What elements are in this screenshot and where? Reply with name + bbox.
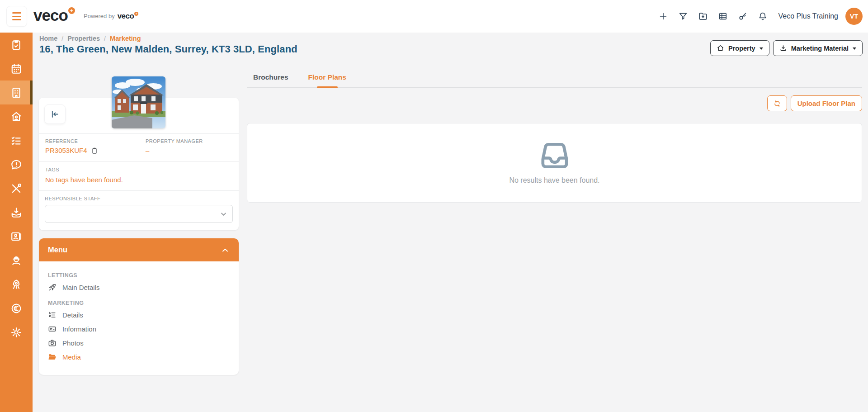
home-icon <box>717 44 724 52</box>
responsible-staff-select[interactable] <box>45 205 233 223</box>
rocket-icon <box>48 283 57 292</box>
menu-item-label: Information <box>62 325 96 333</box>
page-title: 16, The Green, New Malden, Surrey, KT3 3… <box>39 43 297 55</box>
reference-label: REFERENCE <box>45 138 132 144</box>
sidebar-item-calendar[interactable] <box>0 57 33 81</box>
add-icon <box>658 11 668 21</box>
camera-icon <box>48 339 57 347</box>
menu-item-information[interactable]: Information <box>48 322 230 336</box>
home-user-icon <box>10 111 22 123</box>
gear-icon <box>10 327 22 338</box>
reference-manager-row: REFERENCE PR3053KUF4 PROPERTY MANAGER – <box>39 133 239 161</box>
reference-field: REFERENCE PR3053KUF4 <box>39 134 139 161</box>
filter-button[interactable] <box>674 7 692 25</box>
veco-logo: veco + <box>33 6 75 24</box>
empty-state-text: No results have been found. <box>509 176 599 185</box>
sidebar-item-maintenance[interactable] <box>0 176 33 200</box>
menu-header[interactable]: Menu <box>39 238 239 261</box>
copy-reference-button[interactable] <box>91 147 98 154</box>
property-photo-image <box>112 76 165 128</box>
floor-plan-actions: Upload Floor Plan <box>767 95 862 111</box>
menu-item-media[interactable]: Media <box>48 350 230 364</box>
key-button[interactable] <box>734 7 752 25</box>
sidebar-item-contractors[interactable] <box>0 248 33 272</box>
sidebar-item-properties[interactable] <box>0 81 33 104</box>
menu-item-label: Main Details <box>62 284 100 291</box>
filter-icon <box>678 11 688 21</box>
breadcrumb-separator: / <box>61 35 63 42</box>
clipboard-check-icon <box>10 39 22 51</box>
menu-item-main-details[interactable]: Main Details <box>48 280 230 294</box>
hamburger-menu-button[interactable] <box>6 6 27 27</box>
property-dropdown-label: Property <box>728 45 755 52</box>
menu-item-photos[interactable]: Photos <box>48 336 230 350</box>
menu-item-details[interactable]: Details <box>48 308 230 322</box>
worker-icon <box>10 255 22 266</box>
menu-section-lettings: LETTINGS <box>48 272 230 279</box>
tab-floor-plans[interactable]: Floor Plans <box>307 71 347 87</box>
powered-logo-text: veco <box>118 12 134 20</box>
folder-open-icon <box>48 353 57 361</box>
clipboard-copy-icon <box>91 147 98 154</box>
powered-logo-plus-icon: + <box>134 12 138 16</box>
upload-floor-plan-button[interactable]: Upload Floor Plan <box>791 95 862 111</box>
marketing-material-dropdown-button[interactable]: Marketing Material <box>773 40 863 56</box>
veco-app: veco + Powered by veco + <box>0 0 868 412</box>
collapse-panel-button[interactable] <box>44 104 66 124</box>
sidebar-item-landlords[interactable] <box>0 104 33 128</box>
menu-item-label: Media <box>62 353 81 361</box>
menu-card: Menu LETTINGS Main Details MARKETING Det… <box>39 238 239 375</box>
banner-icon <box>48 325 57 333</box>
top-bar: veco + Powered by veco + <box>0 0 868 33</box>
rocket-icon <box>10 279 22 290</box>
sidebar-item-diary-tasks[interactable] <box>0 33 33 57</box>
topbar-actions: Veco Plus Training VT <box>654 7 863 25</box>
menu-body: LETTINGS Main Details MARKETING Details … <box>39 261 239 369</box>
breadcrumb-home[interactable]: Home <box>39 35 57 42</box>
menu-item-label: Photos <box>62 339 84 347</box>
responsible-staff-label: RESPONSIBLE STAFF <box>45 196 233 201</box>
collapse-left-icon <box>50 109 60 119</box>
property-photo[interactable] <box>112 76 165 128</box>
refresh-button[interactable] <box>767 95 787 111</box>
property-dropdown-button[interactable]: Property <box>710 40 769 56</box>
property-manager-value: – <box>146 147 232 154</box>
avatar[interactable]: VT <box>845 8 863 25</box>
sidebar-item-downloads[interactable] <box>0 200 33 224</box>
key-icon <box>738 11 748 21</box>
add-button[interactable] <box>654 7 672 25</box>
sidebar-item-settings[interactable] <box>0 320 33 344</box>
sidebar-item-marketing[interactable] <box>0 272 33 296</box>
property-manager-field: PROPERTY MANAGER – <box>139 134 239 161</box>
chevron-down-icon <box>219 210 228 220</box>
powered-by: Powered by veco + <box>84 12 138 21</box>
folder-download-button[interactable] <box>694 7 712 25</box>
contact-card-icon <box>10 231 22 242</box>
calendar-icon <box>10 63 22 75</box>
table-button[interactable] <box>714 7 732 25</box>
tasks-icon <box>10 135 22 147</box>
logo-plus-icon: + <box>68 7 75 14</box>
menu-section-marketing: MARKETING <box>48 300 230 306</box>
page-actions: Property Marketing Material <box>710 40 863 56</box>
download-icon <box>779 44 787 52</box>
reference-value[interactable]: PR3053KUF4 <box>45 147 87 154</box>
account-name[interactable]: Veco Plus Training <box>778 12 838 20</box>
tab-brochures[interactable]: Brochures <box>252 71 289 87</box>
marketing-tabs: Brochures Floor Plans <box>247 71 862 88</box>
empty-inbox-icon <box>538 141 571 170</box>
download-tray-icon <box>10 207 22 218</box>
sidebar-item-tasks[interactable] <box>0 128 33 152</box>
bell-icon <box>758 11 768 21</box>
caret-down-icon <box>760 47 763 50</box>
notifications-button[interactable] <box>754 7 772 25</box>
sidebar-item-contacts[interactable] <box>0 224 33 248</box>
sidebar-item-accounts[interactable] <box>0 296 33 320</box>
sidebar-item-messages[interactable] <box>0 152 33 176</box>
breadcrumb-properties[interactable]: Properties <box>67 35 100 42</box>
breadcrumb: Home / Properties / Marketing <box>39 35 141 42</box>
caret-down-icon <box>853 47 856 50</box>
responsible-staff-field: RESPONSIBLE STAFF <box>39 190 239 230</box>
chevron-up-icon[interactable] <box>221 246 230 255</box>
refresh-icon <box>773 99 781 108</box>
